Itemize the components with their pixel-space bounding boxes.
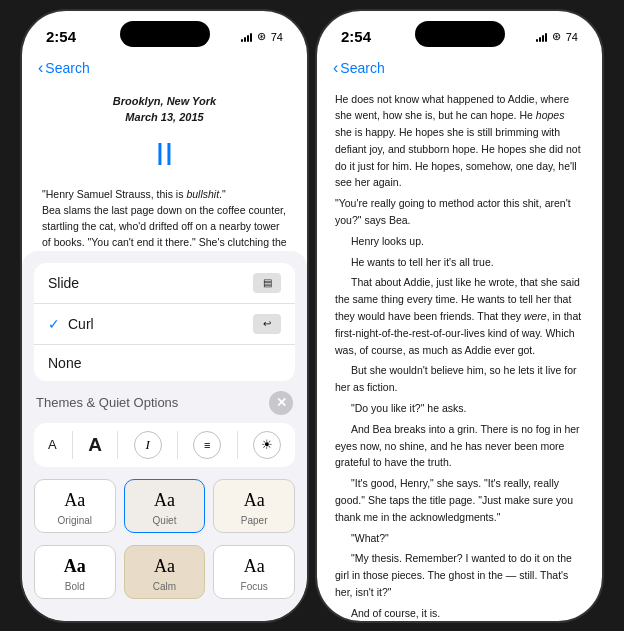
- theme-card-original[interactable]: Aa Original: [34, 479, 116, 533]
- status-icons-left: ⊛ 74: [241, 30, 283, 43]
- status-time-right: 2:54: [341, 28, 371, 45]
- font-sep-2: [117, 431, 118, 459]
- book-header: Brooklyn, New York March 13, 2015 II: [42, 93, 287, 178]
- right-para-5: That about Addie, just like he wrote, th…: [335, 274, 584, 358]
- bottom-panel: Slide ▤ ✓ Curl ↩ None: [22, 251, 307, 621]
- right-para-12: And of course, it is.: [335, 605, 584, 621]
- font-controls: A A I ≡ ☀: [34, 423, 295, 467]
- status-bar-right: 2:54 ⊛ 74: [317, 11, 602, 55]
- phones-container: 2:54 ⊛ 74 ‹ Search: [22, 11, 602, 621]
- theme-card-focus[interactable]: Aa Focus: [213, 545, 295, 599]
- book-chapter: II: [42, 130, 287, 178]
- theme-cards-row-1: Aa Original Aa Quiet Aa Paper: [22, 473, 307, 539]
- close-button[interactable]: ✕: [269, 391, 293, 415]
- theme-label-bold: Bold: [65, 581, 85, 592]
- back-button-left[interactable]: ‹ Search: [38, 59, 90, 77]
- right-para-4: He wants to tell her it's all true.: [335, 254, 584, 271]
- signal-icon-right: [536, 32, 547, 42]
- left-phone: 2:54 ⊛ 74 ‹ Search: [22, 11, 307, 621]
- transition-slide[interactable]: Slide ▤: [34, 263, 295, 304]
- right-para-6: But she wouldn't believe him, so he lets…: [335, 362, 584, 396]
- theme-label-original: Original: [58, 515, 92, 526]
- battery-level-right: 74: [566, 31, 578, 43]
- signal-icon: [241, 32, 252, 42]
- brightness-icon[interactable]: ☀: [253, 431, 281, 459]
- font-sep-1: [72, 431, 73, 459]
- font-list-icon[interactable]: ≡: [193, 431, 221, 459]
- right-para-7: "Do you like it?" he asks.: [335, 400, 584, 417]
- right-para-10: "What?": [335, 530, 584, 547]
- status-icons-right: ⊛ 74: [536, 30, 578, 43]
- theme-label-focus: Focus: [241, 581, 268, 592]
- curl-label: Curl: [68, 316, 94, 332]
- themes-label: Themes & Quiet Options: [36, 395, 178, 410]
- back-label-right: Search: [340, 60, 384, 76]
- theme-aa-quiet: Aa: [154, 490, 175, 511]
- theme-aa-calm: Aa: [154, 556, 175, 577]
- slide-label: Slide: [48, 275, 79, 291]
- font-sep-4: [237, 431, 238, 459]
- font-large-a[interactable]: A: [88, 434, 102, 456]
- font-sep-3: [177, 431, 178, 459]
- right-para-1: He does not know what happened to Addie,…: [335, 91, 584, 192]
- theme-card-paper[interactable]: Aa Paper: [213, 479, 295, 533]
- theme-aa-paper: Aa: [244, 490, 265, 511]
- back-button-right[interactable]: ‹ Search: [333, 59, 385, 77]
- theme-aa-focus: Aa: [244, 556, 265, 577]
- font-style-icon[interactable]: I: [134, 431, 162, 459]
- back-chevron-right: ‹: [333, 59, 338, 77]
- slide-icon: ▤: [253, 273, 281, 293]
- battery-level-left: 74: [271, 31, 283, 43]
- book-location: Brooklyn, New York March 13, 2015: [42, 93, 287, 126]
- wifi-icon-right: ⊛: [552, 30, 561, 43]
- theme-card-quiet[interactable]: Aa Quiet: [124, 479, 206, 533]
- transition-curl[interactable]: ✓ Curl ↩: [34, 304, 295, 345]
- transition-none[interactable]: None: [34, 345, 295, 381]
- theme-label-paper: Paper: [241, 515, 268, 526]
- nav-bar-right: ‹ Search: [317, 55, 602, 85]
- book-content-right: He does not know what happened to Addie,…: [317, 85, 602, 621]
- status-time-left: 2:54: [46, 28, 76, 45]
- back-label-left: Search: [45, 60, 89, 76]
- theme-label-calm: Calm: [153, 581, 176, 592]
- theme-label-quiet: Quiet: [153, 515, 177, 526]
- curl-check: ✓: [48, 316, 60, 332]
- right-phone: 2:54 ⊛ 74 ‹ Search: [317, 11, 602, 621]
- right-para-11: "My thesis. Remember? I wanted to do it …: [335, 550, 584, 600]
- theme-cards-row-2: Aa Bold Aa Calm Aa Focus: [22, 539, 307, 605]
- theme-aa-bold: Aa: [64, 556, 86, 577]
- back-chevron-left: ‹: [38, 59, 43, 77]
- right-para-8: And Bea breaks into a grin. There is no …: [335, 421, 584, 471]
- font-small-a[interactable]: A: [48, 437, 57, 452]
- nav-bar-left: ‹ Search: [22, 55, 307, 85]
- right-para-2: "You're really going to method actor thi…: [335, 195, 584, 229]
- transition-options: Slide ▤ ✓ Curl ↩ None: [34, 263, 295, 381]
- right-para-9: "It's good, Henry," she says. "It's real…: [335, 475, 584, 525]
- status-bar-left: 2:54 ⊛ 74: [22, 11, 307, 55]
- theme-aa-original: Aa: [64, 490, 85, 511]
- theme-card-bold[interactable]: Aa Bold: [34, 545, 116, 599]
- themes-header: Themes & Quiet Options ✕: [22, 387, 307, 417]
- wifi-icon: ⊛: [257, 30, 266, 43]
- none-label: None: [48, 355, 81, 371]
- right-para-3: Henry looks up.: [335, 233, 584, 250]
- curl-icon: ↩: [253, 314, 281, 334]
- theme-card-calm[interactable]: Aa Calm: [124, 545, 206, 599]
